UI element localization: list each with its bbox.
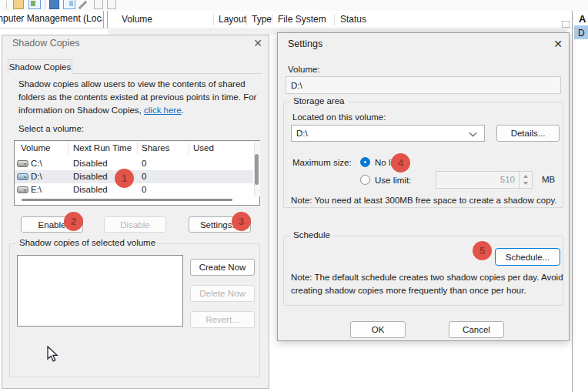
horizontal-scrollbar-thumb[interactable] <box>22 199 232 201</box>
table-row-c[interactable]: C:\ Disabled 0 <box>15 157 253 170</box>
folder-icon[interactable] <box>13 0 24 9</box>
limit-size-value: 510 <box>500 175 515 184</box>
pane-divider-2 <box>107 11 108 28</box>
disable-button[interactable]: Disable <box>104 216 166 233</box>
close-icon[interactable]: ✕ <box>251 36 265 50</box>
mb-unit-label: MB <box>542 175 555 184</box>
computer-management-window: mputer Management (Local Volume Layout T… <box>0 0 588 392</box>
toolbar-separator-2 <box>45 1 45 9</box>
chevron-down-icon <box>469 129 477 137</box>
vl-separator[interactable] <box>189 142 189 154</box>
description-suffix: . <box>182 106 184 115</box>
use-limit-radio[interactable] <box>360 175 370 185</box>
limit-size-spinner[interactable]: 510 <box>436 171 533 189</box>
cell-next-run-time: Disabled <box>73 185 108 194</box>
page-icon-2[interactable] <box>107 0 116 9</box>
schedule-group-label: Schedule <box>290 230 333 240</box>
vl-header-used[interactable]: Used <box>193 143 214 152</box>
table-row-d-selected[interactable]: D:\ Disabled 0 <box>15 170 253 183</box>
maximum-size-label: Maximum size: <box>292 158 352 167</box>
page-icon[interactable] <box>94 0 103 9</box>
storage-area-group-label: Storage area <box>290 96 348 106</box>
cell-shares: 0 <box>142 185 146 194</box>
column-header-type[interactable]: Type <box>252 14 272 25</box>
console-window-icon[interactable] <box>28 0 41 9</box>
mouse-cursor <box>47 346 59 363</box>
cell-volume: C:\ <box>31 159 42 168</box>
spinner-up-icon[interactable] <box>523 175 528 178</box>
cancel-button[interactable]: Cancel <box>449 321 504 338</box>
actions-pane-header: A <box>579 13 586 25</box>
drive-icon <box>17 173 28 180</box>
vl-header-shares[interactable]: Shares <box>142 143 169 152</box>
column-separator[interactable] <box>246 14 247 25</box>
column-header-layout[interactable]: Layout <box>219 14 246 25</box>
table-row-e[interactable]: E:\ Disabled 0 <box>15 183 253 196</box>
export-list-icon-glyph <box>69 1 73 6</box>
delete-now-button[interactable]: Delete Now <box>190 285 255 302</box>
volume-value-field[interactable]: D:\ <box>286 76 561 94</box>
use-limit-label: Use limit: <box>375 176 411 185</box>
spinner-buttons[interactable] <box>519 172 532 188</box>
column-header-status[interactable]: Status <box>340 14 366 25</box>
select-volume-label: Select a volume: <box>18 124 84 133</box>
description-text: Shadow copies allow users to view the co… <box>18 79 256 115</box>
column-separator[interactable] <box>213 14 214 25</box>
cell-next-run-time: Disabled <box>73 159 108 168</box>
create-now-button[interactable]: Create Now <box>190 259 255 276</box>
shadow-copies-listbox[interactable] <box>17 255 183 327</box>
cell-volume: E:\ <box>31 185 42 194</box>
cell-next-run-time: Disabled <box>73 172 108 181</box>
tree-item-computer-management[interactable]: mputer Management (Local <box>0 13 102 27</box>
selected-volume-group-label: Shadow copies of selected volume <box>16 238 159 247</box>
blue-square-icon[interactable] <box>49 0 59 9</box>
tab-shadow-copies[interactable]: Shadow Copies <box>8 59 72 74</box>
settings-dialog-title: Settings <box>288 39 322 49</box>
vl-separator[interactable] <box>137 142 138 154</box>
no-limit-radio[interactable] <box>360 157 370 167</box>
schedule-button[interactable]: Schedule... <box>495 248 560 266</box>
volume-label: Volume: <box>288 65 320 74</box>
drive-icon <box>17 186 28 193</box>
cell-shares: 0 <box>142 159 146 168</box>
click-here-link[interactable]: click here <box>144 106 182 115</box>
volume-combobox[interactable]: D:\ <box>291 125 485 142</box>
console-window-icon-glyph <box>31 1 35 6</box>
vl-header-volume[interactable]: Volume <box>21 143 50 152</box>
column-header-volume[interactable]: Volume <box>122 14 152 25</box>
callout-step-2: 2 <box>64 212 83 231</box>
spinner-down-icon[interactable] <box>523 182 528 185</box>
pane-divider[interactable] <box>103 11 104 28</box>
volume-combobox-value: D:\ <box>296 129 308 138</box>
vl-header-next-run-time[interactable]: Next Run Time <box>73 143 132 152</box>
callout-step-5: 5 <box>473 241 492 260</box>
toolbar-separator <box>6 1 7 9</box>
toolbar <box>0 0 588 11</box>
vertical-scrollbar-thumb[interactable] <box>255 154 259 185</box>
column-header-file-system[interactable]: File System <box>278 14 326 25</box>
revert-button[interactable]: Revert... <box>190 311 255 328</box>
located-on-volume-label: Located on this volume: <box>292 112 386 122</box>
callout-step-4: 4 <box>391 153 410 173</box>
cell-volume: D:\ <box>31 172 42 181</box>
storage-note: Note: You need at least 300MB free space… <box>291 194 565 207</box>
export-list-icon[interactable] <box>63 0 75 9</box>
column-separator[interactable] <box>272 14 272 25</box>
key-icon[interactable] <box>79 1 87 9</box>
schedule-note: Note: The default schedule creates two s… <box>291 271 566 297</box>
ok-button[interactable]: OK <box>350 321 406 338</box>
callout-step-1: 1 <box>115 169 134 188</box>
column-separator[interactable] <box>334 14 335 25</box>
shadow-copies-dialog-title: Shadow Copies <box>12 38 80 49</box>
actions-pane-divider[interactable] <box>572 11 573 392</box>
cell-shares: 0 <box>142 172 146 181</box>
listview-corner-grip <box>562 21 570 28</box>
callout-step-3: 3 <box>232 212 251 231</box>
actions-pane <box>574 11 588 392</box>
close-icon[interactable]: ✕ <box>551 37 565 51</box>
vl-separator[interactable] <box>68 142 68 154</box>
actions-pane-item[interactable]: D <box>578 28 585 39</box>
shadow-copies-description: Shadow copies allow users to view the co… <box>18 78 263 117</box>
details-button[interactable]: Details... <box>496 125 560 142</box>
drive-icon <box>17 160 28 167</box>
